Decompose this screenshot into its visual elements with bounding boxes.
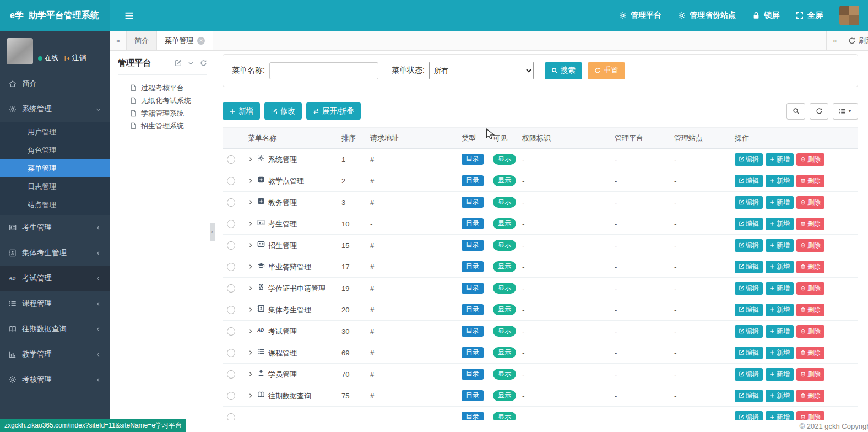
sidebar-item-system[interactable]: 系统管理	[0, 96, 110, 122]
add-button[interactable]: 新增	[223, 102, 260, 120]
row-edit-button[interactable]: 编辑	[735, 175, 763, 187]
row-delete-button[interactable]: 删除	[796, 261, 824, 273]
row-radio[interactable]	[227, 177, 235, 185]
sidebar-item-group-examinee[interactable]: 集体考生管理	[0, 240, 110, 266]
sidebar-item-assessment[interactable]: 考核管理	[0, 367, 110, 392]
row-edit-button[interactable]: 编辑	[735, 368, 763, 381]
topbar-item-manage-province-sites[interactable]: 管理省份站点	[678, 10, 736, 20]
row-radio[interactable]	[227, 220, 235, 228]
row-add-button[interactable]: 新增	[766, 261, 794, 273]
row-add-button[interactable]: 新增	[766, 368, 794, 381]
row-edit-button[interactable]: 编辑	[735, 304, 763, 316]
row-radio[interactable]	[227, 241, 235, 250]
row-radio[interactable]	[227, 370, 235, 379]
topbar-item-manage-platform[interactable]: 管理平台	[619, 10, 661, 20]
row-edit-button[interactable]: 编辑	[735, 325, 763, 338]
table-refresh-button[interactable]	[810, 103, 828, 120]
row-delete-button[interactable]: 删除	[796, 175, 824, 187]
sidebar-subitem[interactable]: 角色管理	[0, 141, 110, 159]
row-radio[interactable]	[227, 284, 235, 293]
tabs-scroll-right-button[interactable]: »	[826, 31, 843, 50]
row-delete-button[interactable]: 删除	[796, 347, 824, 359]
trash-icon	[800, 199, 806, 205]
row-delete-button[interactable]: 删除	[796, 282, 824, 295]
sidebar-subitem[interactable]: 用户管理	[0, 123, 110, 141]
row-radio[interactable]	[227, 327, 235, 336]
table-columns-button[interactable]: ▼	[833, 103, 858, 120]
row-add-button[interactable]: 新增	[766, 282, 794, 295]
tree-edit-icon[interactable]	[175, 60, 182, 67]
panel-collapse-handle[interactable]: ‹	[210, 223, 215, 241]
row-add-button[interactable]: 新增	[766, 304, 794, 316]
table-cell: 目录	[457, 278, 489, 299]
sidebar-toggle-icon[interactable]	[124, 11, 134, 20]
plus-icon	[769, 178, 775, 183]
table-search-button[interactable]	[786, 103, 805, 120]
row-add-button[interactable]: 新增	[766, 325, 794, 338]
row-edit-button[interactable]: 编辑	[735, 390, 763, 402]
row-edit-button[interactable]: 编辑	[735, 261, 763, 273]
sidebar-subitem[interactable]: 日志管理	[0, 177, 110, 196]
row-edit-button[interactable]: 编辑	[735, 196, 763, 209]
tree-refresh-icon[interactable]	[200, 60, 207, 67]
menu-status-select[interactable]: 所有	[429, 62, 534, 79]
sidebar-item-teaching[interactable]: 教学管理	[0, 342, 110, 367]
row-edit-button[interactable]: 编辑	[735, 347, 763, 359]
row-add-button[interactable]: 新增	[766, 218, 794, 230]
row-edit-button[interactable]: 编辑	[735, 239, 763, 252]
row-radio[interactable]	[227, 263, 235, 271]
edit-button[interactable]: 修改	[264, 102, 302, 120]
menu-name-input[interactable]	[269, 62, 378, 79]
row-add-button[interactable]: 新增	[766, 390, 794, 402]
sidebar-subitem[interactable]: 菜单管理	[0, 159, 110, 177]
tab-close-icon[interactable]: ×	[197, 37, 205, 45]
row-delete-button[interactable]: 删除	[796, 390, 824, 402]
row-add-button[interactable]: 新增	[766, 239, 794, 252]
row-delete-button[interactable]: 删除	[796, 239, 824, 252]
sidebar-item-history-data[interactable]: 往期数据查询	[0, 316, 110, 342]
tree-item[interactable]: 学籍管理系统	[130, 107, 207, 120]
row-delete-button[interactable]: 删除	[796, 411, 824, 421]
row-add-button[interactable]: 新增	[766, 347, 794, 359]
sidebar-item-exam[interactable]: AD考试管理	[0, 266, 110, 291]
row-add-button[interactable]: 新增	[766, 175, 794, 187]
search-button[interactable]: 搜索	[545, 62, 582, 79]
user-avatar[interactable]	[839, 6, 859, 25]
row-radio[interactable]	[227, 306, 235, 314]
topbar-item-lock-screen[interactable]: 锁屏	[752, 10, 779, 20]
row-delete-button[interactable]: 删除	[796, 304, 824, 316]
row-edit-button[interactable]: 编辑	[735, 218, 763, 230]
row-delete-button[interactable]: 删除	[796, 153, 824, 166]
row-delete-button[interactable]: 删除	[796, 368, 824, 381]
tab-item[interactable]: 菜单管理×	[157, 31, 213, 50]
row-edit-button[interactable]: 编辑	[735, 282, 763, 295]
row-delete-button[interactable]: 删除	[796, 218, 824, 230]
tree-collapse-icon[interactable]	[187, 60, 194, 67]
row-add-button[interactable]: 新增	[766, 153, 794, 166]
tabs-scroll-left-button[interactable]: «	[110, 31, 127, 50]
row-radio[interactable]	[227, 155, 235, 164]
sidebar-subitem[interactable]: 站点管理	[0, 196, 110, 214]
row-radio[interactable]	[227, 392, 235, 400]
row-radio[interactable]	[227, 413, 235, 420]
expand-collapse-button[interactable]: 展开/折叠	[306, 102, 361, 120]
topbar-item-fullscreen[interactable]: 全屏	[796, 10, 823, 20]
row-add-button[interactable]: 新增	[766, 411, 794, 421]
sidebar-item-examinee[interactable]: 考生管理	[0, 215, 110, 240]
row-delete-button[interactable]: 删除	[796, 196, 824, 209]
row-add-button[interactable]: 新增	[766, 196, 794, 209]
logout-link[interactable]: 注销	[64, 53, 86, 63]
row-delete-button[interactable]: 删除	[796, 325, 824, 338]
tree-item[interactable]: 无纸化考试系统	[130, 94, 207, 107]
row-radio[interactable]	[227, 198, 235, 207]
row-radio[interactable]	[227, 349, 235, 357]
tree-item[interactable]: 过程考核平台	[130, 82, 207, 94]
tree-item[interactable]: 招生管理系统	[130, 120, 207, 132]
row-edit-button[interactable]: 编辑	[735, 153, 763, 166]
sidebar-item-intro[interactable]: 简介	[0, 71, 110, 96]
reset-button[interactable]: 重置	[588, 62, 625, 79]
row-edit-button[interactable]: 编辑	[735, 411, 763, 421]
tab-refresh-button[interactable]: 刷新	[843, 31, 868, 50]
tab-item[interactable]: 简介	[127, 31, 157, 50]
sidebar-item-course[interactable]: 课程管理	[0, 291, 110, 316]
